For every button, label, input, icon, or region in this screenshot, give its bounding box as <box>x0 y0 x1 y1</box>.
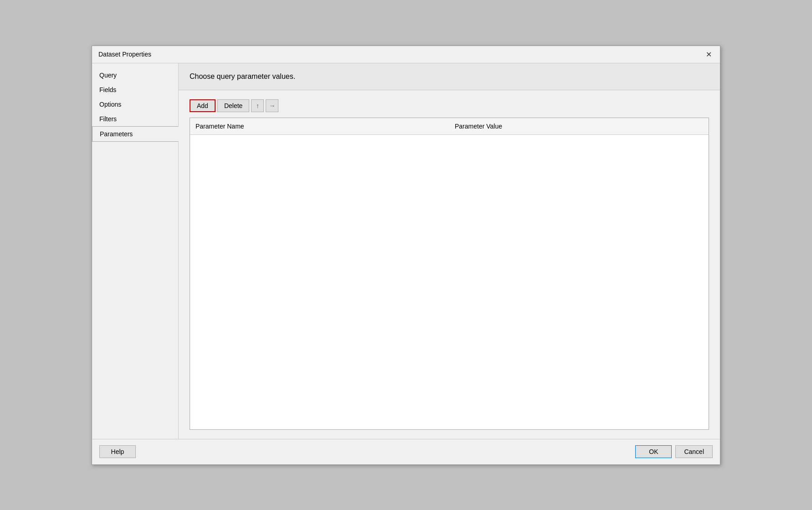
content-header-text: Choose query parameter values. <box>190 72 295 80</box>
sidebar-item-options[interactable]: Options <box>92 97 178 112</box>
sidebar-item-filters[interactable]: Filters <box>92 112 178 126</box>
sidebar-item-fields[interactable]: Fields <box>92 82 178 97</box>
dialog-body: Query Fields Options Filters Parameters … <box>92 63 720 439</box>
sidebar-item-query[interactable]: Query <box>92 68 178 82</box>
main-content: Choose query parameter values. Add Delet… <box>179 63 720 439</box>
move-down-button[interactable]: → <box>266 99 278 112</box>
move-down-icon: → <box>269 102 275 109</box>
delete-button[interactable]: Delete <box>217 99 249 112</box>
help-button[interactable]: Help <box>99 445 136 458</box>
title-bar: Dataset Properties ✕ <box>92 46 720 63</box>
column-header-param-value: Parameter Value <box>449 121 709 132</box>
table-body <box>190 135 709 429</box>
table-header: Parameter Name Parameter Value <box>190 118 709 135</box>
dialog-title: Dataset Properties <box>98 51 151 58</box>
close-button[interactable]: ✕ <box>704 49 714 59</box>
sidebar-item-parameters[interactable]: Parameters <box>92 126 179 142</box>
footer-right: OK Cancel <box>635 445 713 458</box>
ok-button[interactable]: OK <box>635 445 672 458</box>
parameter-table: Parameter Name Parameter Value <box>190 118 709 430</box>
move-up-icon: ↑ <box>256 102 259 109</box>
sidebar: Query Fields Options Filters Parameters <box>92 63 179 439</box>
toolbar: Add Delete ↑ → <box>190 99 709 112</box>
content-area: Add Delete ↑ → Parameter Name Parameter … <box>179 90 720 439</box>
content-header: Choose query parameter values. <box>179 63 720 90</box>
dialog-footer: Help OK Cancel <box>92 439 720 464</box>
dataset-properties-dialog: Dataset Properties ✕ Query Fields Option… <box>92 46 720 465</box>
move-up-button[interactable]: ↑ <box>251 99 264 112</box>
add-button[interactable]: Add <box>190 99 216 112</box>
cancel-button[interactable]: Cancel <box>675 445 713 458</box>
column-header-param-name: Parameter Name <box>190 121 449 132</box>
